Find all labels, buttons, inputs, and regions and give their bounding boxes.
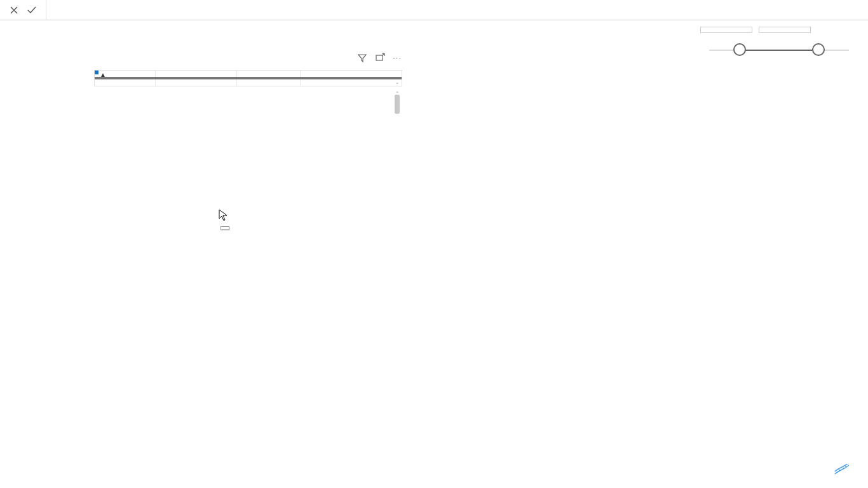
formula-bar: [0, 0, 868, 20]
total-sales: [156, 79, 237, 86]
slider-handle-left[interactable]: [733, 43, 746, 56]
sort-asc-icon: ▲: [100, 71, 106, 78]
svg-rect-0: [376, 55, 383, 60]
slider-handle-right[interactable]: [812, 43, 825, 56]
more-options-icon[interactable]: ···: [393, 53, 402, 65]
table-visual[interactable]: ··· ▲ ˄ ˅: [94, 70, 402, 86]
total-sales-ly: [237, 79, 301, 86]
scroll-down-icon[interactable]: ˅: [393, 90, 402, 98]
mouse-cursor-icon: [219, 209, 229, 225]
slicer-from-input[interactable]: [700, 27, 752, 33]
col-header-total-sales[interactable]: [156, 71, 237, 77]
date-slicer: [696, 23, 862, 60]
scroll-up-icon[interactable]: ˄: [393, 81, 402, 90]
total-label: [95, 79, 156, 86]
formula-input[interactable]: [46, 0, 868, 20]
col-header-date[interactable]: ▲: [95, 71, 156, 77]
slicer-to-input[interactable]: [759, 27, 811, 33]
check-icon: [27, 5, 37, 15]
commit-button[interactable]: [23, 1, 41, 19]
filter-icon[interactable]: [357, 53, 367, 65]
close-icon: [9, 5, 19, 15]
subscribe-badge: [834, 464, 850, 477]
cancel-button[interactable]: [5, 1, 23, 19]
slicer-slider[interactable]: [696, 41, 862, 60]
table-total-row: [95, 78, 402, 86]
focus-mode-icon[interactable]: [375, 53, 385, 65]
col-header-sales-ly[interactable]: [237, 71, 301, 77]
dna-icon: [834, 464, 850, 475]
cell-tooltip: [220, 226, 229, 230]
table-header-row: ▲: [95, 71, 402, 78]
